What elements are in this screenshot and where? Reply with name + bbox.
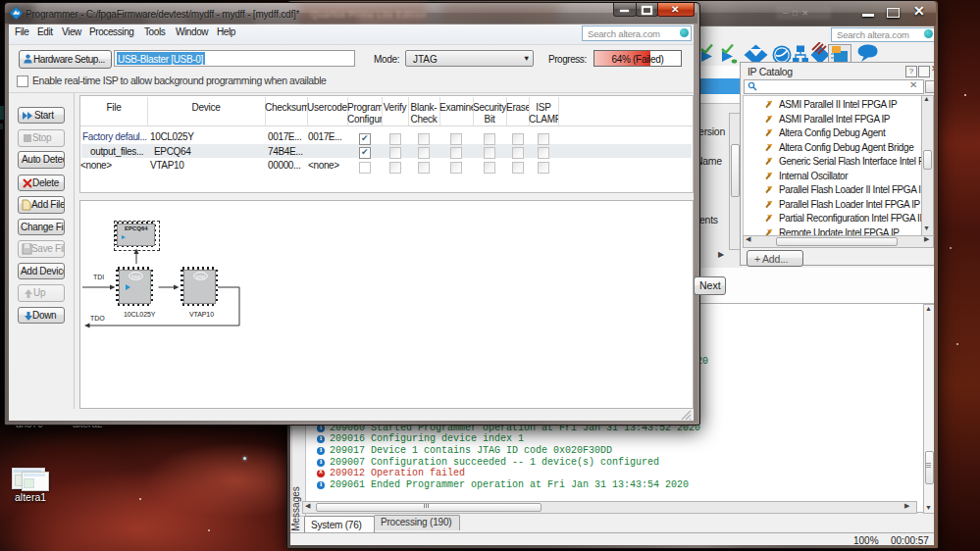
svg-text:intel: intel [196, 274, 205, 279]
svg-text:intel: intel [131, 274, 140, 279]
